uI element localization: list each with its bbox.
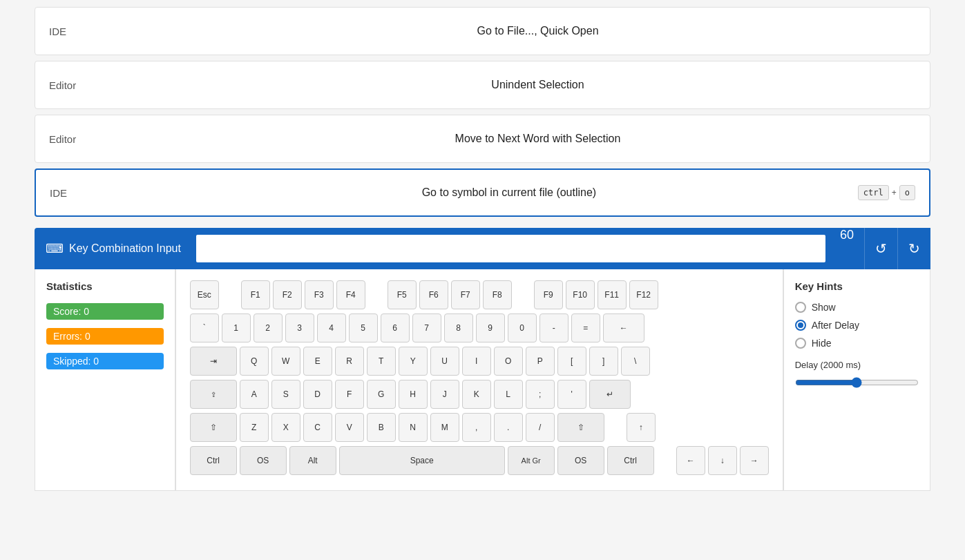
kci-undo-button[interactable]: ↺ [864,228,897,269]
key-g[interactable]: G [367,380,396,409]
key-f2[interactable]: F2 [273,280,302,309]
key-os-left[interactable]: OS [240,446,287,475]
key-f[interactable]: F [335,380,364,409]
kci-input[interactable] [195,233,827,264]
kb-row-zxcv: ⇧ Z X C V B N M , . / ⇧ ↑ [190,413,769,442]
key-4[interactable]: 4 [317,313,346,342]
key-f6[interactable]: F6 [419,280,448,309]
key-d[interactable]: D [303,380,332,409]
key-enter[interactable]: ↵ [589,380,631,409]
key-arrow-up[interactable]: ↑ [627,413,656,442]
key-esc[interactable]: Esc [190,280,219,309]
key-z[interactable]: Z [240,413,269,442]
shortcut-action-1: Go to File..., Quick Open [160,25,916,37]
key-h[interactable]: H [399,380,428,409]
key-ctrl-left[interactable]: Ctrl [190,446,237,475]
shortcut-context-1: IDE [49,26,160,37]
key-lbracket[interactable]: [ [557,347,586,376]
key-arrow-down[interactable]: ↓ [708,446,737,475]
key-c[interactable]: C [303,413,332,442]
key-3[interactable]: 3 [285,313,314,342]
shortcut-row-1[interactable]: IDE Go to File..., Quick Open [35,7,930,55]
key-backspace[interactable]: ← [603,313,644,342]
key-a[interactable]: A [240,380,269,409]
hints-panel: Key Hints Show After Delay Hide Delay ( [783,269,930,491]
radio-show[interactable]: Show [795,302,919,313]
key-f10[interactable]: F10 [566,280,595,309]
key-k[interactable]: K [462,380,491,409]
key-w[interactable]: W [271,347,300,376]
shortcut-row-2[interactable]: Editor Unindent Selection [35,61,930,109]
key-period[interactable]: . [494,413,523,442]
kci-redo-button[interactable]: ↻ [897,228,930,269]
key-semicolon[interactable]: ; [526,380,555,409]
key-y[interactable]: Y [399,347,428,376]
key-f7[interactable]: F7 [451,280,480,309]
radio-show-circle [795,302,806,313]
key-alt-gr[interactable]: Alt Gr [508,446,555,475]
key-q[interactable]: Q [240,347,269,376]
key-o[interactable]: O [494,347,523,376]
key-e[interactable]: E [303,347,332,376]
key-shift-right[interactable]: ⇧ [557,413,604,442]
key-tab[interactable]: ⇥ [190,347,237,376]
key-slash[interactable]: / [526,413,555,442]
key-l[interactable]: L [494,380,523,409]
key-f9[interactable]: F9 [534,280,563,309]
key-capslock[interactable]: ⇪ [190,380,237,409]
key-os-right[interactable]: OS [557,446,604,475]
kb-row-asdf: ⇪ A S D F G H J K L ; ' ↵ [190,380,769,409]
stat-skipped: Skipped: 0 [46,353,164,369]
key-t[interactable]: T [367,347,396,376]
delay-slider[interactable] [795,377,919,388]
key-ctrl-right[interactable]: Ctrl [607,446,654,475]
key-1[interactable]: 1 [222,313,251,342]
key-2[interactable]: 2 [254,313,283,342]
key-s[interactable]: S [271,380,300,409]
key-shift-left[interactable]: ⇧ [190,413,237,442]
key-u[interactable]: U [430,347,459,376]
key-f1[interactable]: F1 [241,280,270,309]
shortcut-context-3: Editor [49,133,160,145]
key-f11[interactable]: F11 [598,280,627,309]
key-r[interactable]: R [335,347,364,376]
key-p[interactable]: P [526,347,555,376]
key-n[interactable]: N [399,413,428,442]
key-7[interactable]: 7 [412,313,441,342]
key-arrow-right[interactable]: → [740,446,769,475]
radio-hide[interactable]: Hide [795,338,919,349]
radio-after-delay[interactable]: After Delay [795,320,919,331]
radio-group: Show After Delay Hide [795,302,919,349]
key-v[interactable]: V [335,413,364,442]
key-b[interactable]: B [367,413,396,442]
key-f8[interactable]: F8 [483,280,512,309]
key-rbracket[interactable]: ] [589,347,618,376]
key-quote[interactable]: ' [557,380,586,409]
key-minus[interactable]: - [539,313,569,342]
key-f5[interactable]: F5 [388,280,417,309]
key-space[interactable]: Space [339,446,505,475]
key-9[interactable]: 9 [476,313,505,342]
key-i[interactable]: I [462,347,491,376]
key-8[interactable]: 8 [444,313,473,342]
key-f4[interactable]: F4 [336,280,365,309]
shortcut-row-3[interactable]: Editor Move to Next Word with Selection [35,115,930,163]
key-0[interactable]: 0 [508,313,537,342]
key-5[interactable]: 5 [349,313,378,342]
key-backtick[interactable]: ` [190,313,219,342]
key-comma[interactable]: , [462,413,491,442]
key-x[interactable]: X [271,413,300,442]
key-m[interactable]: M [430,413,459,442]
key-j[interactable]: J [430,380,459,409]
key-alt-left[interactable]: Alt [289,446,336,475]
radio-after-delay-circle [795,320,806,331]
key-f12[interactable]: F12 [629,280,658,309]
radio-hide-label: Hide [812,338,832,349]
key-6[interactable]: 6 [381,313,410,342]
key-f3[interactable]: F3 [305,280,334,309]
key-backslash[interactable]: \ [621,347,650,376]
key-arrow-left[interactable]: ← [676,446,705,475]
shortcut-row-4-active[interactable]: IDE Go to symbol in current file (outlin… [35,168,930,217]
key-equals[interactable]: = [571,313,600,342]
radio-show-label: Show [812,302,836,313]
